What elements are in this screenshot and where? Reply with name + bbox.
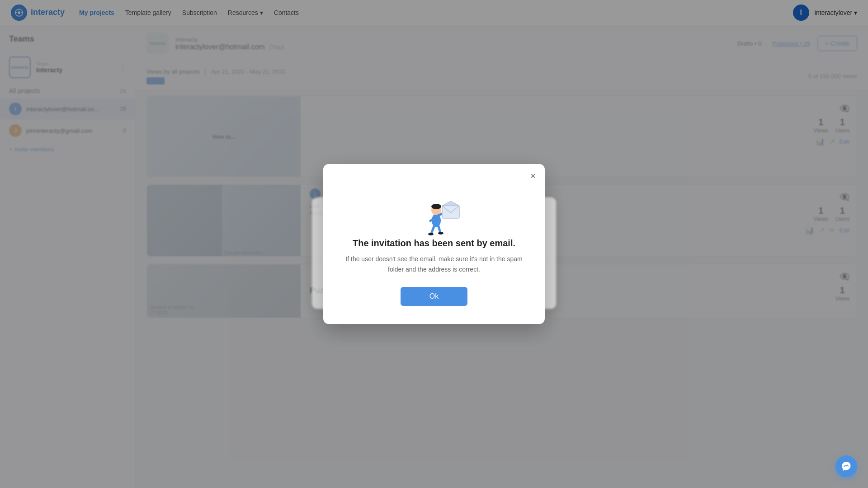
confirm-body: If the user doesn't see the email, make …	[345, 254, 523, 274]
ok-button[interactable]: Ok	[401, 287, 467, 306]
svg-point-14	[438, 232, 443, 235]
confirm-modal: ×	[323, 164, 545, 324]
svg-point-8	[431, 204, 441, 209]
email-illustration	[411, 182, 457, 227]
svg-point-13	[428, 233, 434, 235]
svg-line-11	[431, 226, 434, 234]
confirm-title: The invitation has been sent by email.	[345, 238, 523, 249]
svg-line-12	[439, 226, 440, 233]
confirm-modal-close-button[interactable]: ×	[530, 171, 536, 180]
messenger-button[interactable]	[835, 455, 857, 477]
modal-overlay: M × I J remove ×	[0, 0, 868, 488]
svg-marker-16	[442, 201, 459, 206]
